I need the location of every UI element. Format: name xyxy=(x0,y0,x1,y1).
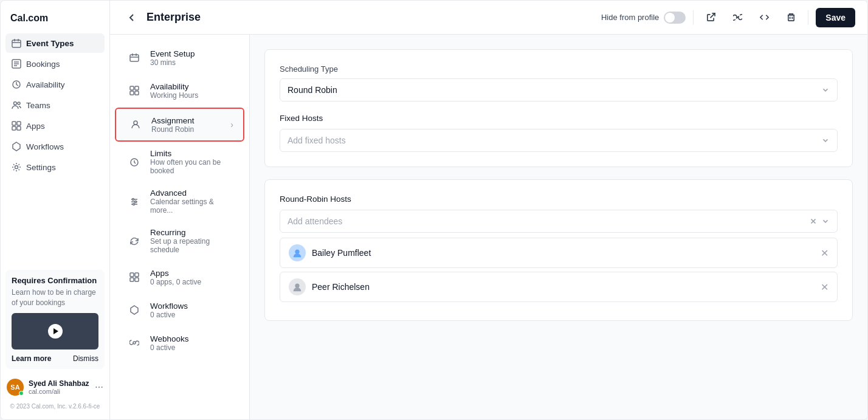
sidebar-item-settings[interactable]: Settings xyxy=(5,157,105,177)
svg-rect-13 xyxy=(12,126,16,130)
svg-rect-38 xyxy=(135,273,139,277)
attendees-chevron-icon xyxy=(821,217,830,225)
svg-rect-39 xyxy=(130,278,134,281)
user-info: Syed Ali Shahbaz cal.com/ali xyxy=(29,379,90,395)
svg-rect-40 xyxy=(135,278,139,281)
sub-nav-availability[interactable]: Availability Working Hours xyxy=(115,75,244,106)
svg-rect-25 xyxy=(130,86,134,90)
svg-point-46 xyxy=(295,284,299,288)
availability-subnav-icon xyxy=(125,81,144,100)
host-avatar-peer xyxy=(289,278,306,295)
delete-button[interactable] xyxy=(781,8,801,27)
round-robin-card: Round-Robin Hosts Add attendees xyxy=(264,179,853,321)
fixed-hosts-section: Fixed Hosts Add fixed hosts xyxy=(280,114,838,152)
host-name-bailey: Bailey Pumfleet xyxy=(312,248,815,258)
sidebar-item-label: Event Types xyxy=(26,39,74,48)
fixed-hosts-label: Fixed Hosts xyxy=(280,114,838,123)
apps-icon xyxy=(12,121,21,131)
promo-video-thumbnail[interactable] xyxy=(12,313,98,349)
svg-rect-12 xyxy=(17,122,21,125)
sub-nav-webhooks[interactable]: Webhooks 0 active xyxy=(115,327,244,359)
fixed-hosts-placeholder: Add fixed hosts xyxy=(288,136,346,145)
promo-links: Learn more Dismiss xyxy=(12,354,98,363)
remove-peer-button[interactable]: ✕ xyxy=(821,281,828,293)
sub-nav-advanced[interactable]: Advanced Calendar settings & more... xyxy=(115,182,244,221)
svg-point-36 xyxy=(133,203,135,205)
host-row-peer: Peer Richelsen ✕ xyxy=(280,272,838,302)
main-area: Enterprise Hide from profile xyxy=(110,1,867,419)
svg-point-29 xyxy=(134,121,137,125)
host-avatar-bailey xyxy=(289,244,306,261)
external-link-button[interactable] xyxy=(701,8,720,27)
attendees-icons xyxy=(809,217,830,225)
workflows-subnav-icon xyxy=(125,300,144,320)
svg-point-45 xyxy=(295,250,299,254)
fixed-hosts-chevron xyxy=(821,136,830,145)
online-indicator xyxy=(19,391,24,396)
svg-marker-41 xyxy=(131,306,138,314)
user-url: cal.com/ali xyxy=(29,388,90,395)
svg-point-34 xyxy=(135,201,137,202)
header-right: Hide from profile xyxy=(601,8,855,27)
hide-from-profile-toggle[interactable] xyxy=(664,12,686,24)
svg-rect-14 xyxy=(17,126,21,130)
workflows-text: Workflows 0 active xyxy=(150,301,235,319)
copy-link-button[interactable] xyxy=(728,8,747,27)
scheduling-type-select[interactable]: Round Robin xyxy=(280,78,838,102)
embed-button[interactable] xyxy=(754,8,774,27)
svg-point-16 xyxy=(15,166,18,169)
hide-from-profile-label: Hide from profile xyxy=(601,13,659,22)
event-setup-icon xyxy=(125,48,144,67)
scheduling-type-chevron xyxy=(821,86,830,94)
svg-rect-21 xyxy=(130,55,139,61)
page-header: Enterprise Hide from profile xyxy=(110,1,867,35)
sub-nav-apps[interactable]: Apps 0 apps, 0 active xyxy=(115,261,244,293)
user-menu-button[interactable]: ⋯ xyxy=(95,382,103,392)
svg-point-9 xyxy=(14,102,17,105)
promo-description: Learn how to be in charge of your bookin… xyxy=(12,287,98,308)
link-icon xyxy=(733,13,742,22)
user-profile: SA Syed Ali Shahbaz cal.com/ali ⋯ xyxy=(1,374,109,401)
sub-nav-recurring[interactable]: Recurring Set up a repeating schedule xyxy=(115,222,244,260)
back-button[interactable] xyxy=(122,8,142,27)
sidebar-item-teams[interactable]: Teams xyxy=(5,95,105,115)
svg-rect-27 xyxy=(130,91,134,95)
sub-nav-event-setup[interactable]: Event Setup 30 mins xyxy=(115,42,244,74)
webhooks-text: Webhooks 0 active xyxy=(150,334,235,352)
header-left: Enterprise xyxy=(122,8,201,27)
recurring-text: Recurring Set up a repeating schedule xyxy=(150,228,235,254)
clear-attendees-icon[interactable] xyxy=(809,217,818,225)
availability-icon xyxy=(12,80,21,89)
sub-nav-limits[interactable]: Limits How often you can be booked xyxy=(115,143,244,181)
remove-bailey-button[interactable]: ✕ xyxy=(821,247,828,259)
advanced-icon xyxy=(125,192,144,212)
play-button[interactable] xyxy=(48,324,63,339)
workflows-icon xyxy=(12,142,21,151)
sidebar-item-apps[interactable]: Apps xyxy=(5,116,105,136)
sidebar-item-event-types[interactable]: Event Types xyxy=(5,33,105,53)
sidebar-item-workflows[interactable]: Workflows xyxy=(5,137,105,156)
sidebar: Cal.com Event Types Bookings Availabilit… xyxy=(1,1,110,419)
svg-rect-11 xyxy=(12,122,16,125)
learn-more-link[interactable]: Learn more xyxy=(12,354,51,363)
external-link-icon xyxy=(706,13,715,22)
sub-nav-assignment[interactable]: Assignment Round Robin › xyxy=(115,108,244,142)
embed-icon xyxy=(760,13,769,22)
sidebar-item-bookings[interactable]: Bookings xyxy=(5,54,105,74)
fixed-hosts-input[interactable]: Add fixed hosts xyxy=(280,129,838,152)
add-attendees-input[interactable]: Add attendees xyxy=(280,210,838,233)
right-panel: Scheduling Type Round Robin Fixed Hosts … xyxy=(250,35,867,419)
divider-2 xyxy=(808,10,808,25)
divider xyxy=(693,10,694,25)
sidebar-item-label: Bookings xyxy=(26,60,60,69)
svg-line-17 xyxy=(710,13,715,18)
sidebar-item-availability[interactable]: Availability xyxy=(5,75,105,94)
svg-point-32 xyxy=(133,198,134,200)
round-robin-hosts-label: Round-Robin Hosts xyxy=(280,195,838,204)
sidebar-item-label: Workflows xyxy=(26,142,64,151)
event-setup-text: Event Setup 30 mins xyxy=(150,49,235,67)
hide-from-profile-control: Hide from profile xyxy=(601,12,686,24)
sub-nav-workflows[interactable]: Workflows 0 active xyxy=(115,294,244,326)
dismiss-link[interactable]: Dismiss xyxy=(73,354,98,363)
save-button[interactable]: Save xyxy=(816,8,855,27)
